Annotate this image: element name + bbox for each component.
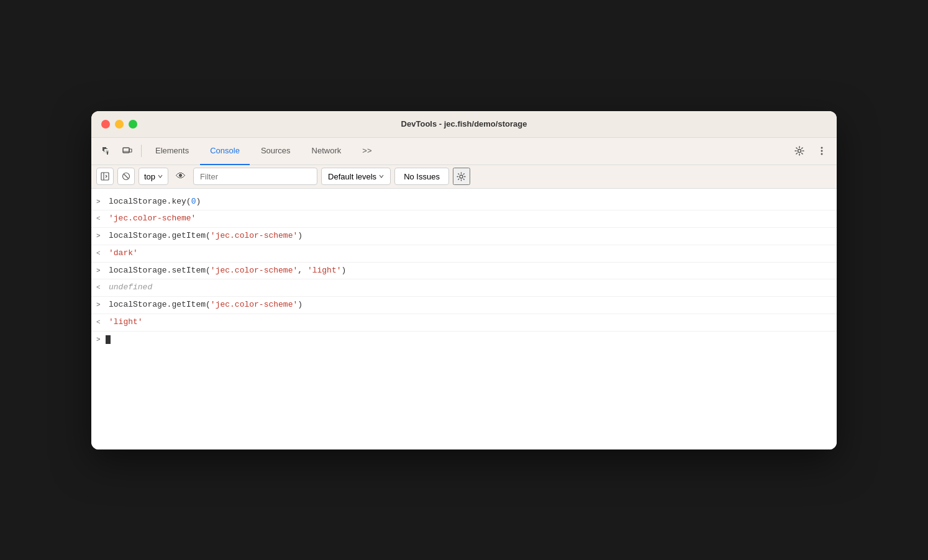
- console-prompt: >: [96, 336, 101, 343]
- console-line-content: localStorage.getItem('jec.color-scheme'): [109, 299, 303, 312]
- code-part-undefined: undefined: [109, 282, 152, 292]
- console-output: >localStorage.key(0)<'jec.color-scheme'>…: [91, 189, 837, 449]
- console-line-content: localStorage.key(0): [109, 196, 201, 209]
- svg-point-20: [460, 175, 463, 178]
- code-part-string: 'light': [307, 266, 342, 275]
- devtools-window: DevTools - jec.fish/demo/storage: [91, 111, 837, 449]
- device-mode-button[interactable]: [117, 141, 137, 161]
- svg-point-15: [821, 153, 823, 155]
- output-arrow: <: [96, 214, 104, 225]
- filter-input[interactable]: [193, 168, 317, 185]
- title-bar: DevTools - jec.fish/demo/storage: [91, 111, 837, 138]
- svg-rect-4: [102, 150, 104, 151]
- inspect-icon: [101, 146, 111, 156]
- settings-button[interactable]: [789, 141, 809, 161]
- console-input-line[interactable]: >: [91, 332, 837, 348]
- console-toolbar: top 👁 Default levels No Issues: [91, 165, 837, 189]
- console-line-content: 'dark': [109, 247, 138, 260]
- code-part-code: ): [196, 197, 201, 206]
- input-arrow: >: [96, 197, 104, 208]
- settings-icon: [794, 146, 804, 156]
- code-part-code: localStorage.getItem(: [109, 300, 211, 309]
- console-line-content: localStorage.getItem('jec.color-scheme'): [109, 230, 303, 243]
- console-line: <'light': [91, 314, 837, 332]
- eye-button[interactable]: 👁: [172, 168, 189, 185]
- code-part-string: 'jec.color-scheme': [109, 214, 196, 223]
- console-line: <'dark': [91, 245, 837, 263]
- output-arrow: <: [96, 282, 104, 294]
- svg-rect-2: [105, 147, 106, 148]
- code-part-string: 'jec.color-scheme': [211, 300, 298, 309]
- input-arrow: >: [96, 231, 104, 242]
- main-toolbar: Elements Console Sources Network >>: [91, 138, 837, 165]
- svg-rect-8: [106, 150, 109, 153]
- toolbar-separator-1: [141, 145, 142, 157]
- svg-line-19: [124, 174, 129, 179]
- console-line: >localStorage.getItem('jec.color-scheme'…: [91, 297, 837, 314]
- svg-rect-1: [104, 147, 105, 148]
- device-mode-icon: [122, 146, 132, 156]
- cursor: [106, 335, 111, 344]
- input-arrow: >: [96, 300, 104, 311]
- svg-rect-6: [104, 148, 104, 152]
- code-part-string: 'dark': [109, 248, 138, 258]
- console-line-content: 'light': [109, 316, 143, 329]
- svg-point-14: [821, 150, 823, 152]
- dropdown-arrow-icon: [158, 174, 163, 179]
- tab-console[interactable]: Console: [200, 138, 250, 165]
- svg-rect-3: [102, 148, 104, 150]
- code-part-code: localStorage.getItem(: [109, 231, 211, 240]
- code-part-code: ): [298, 300, 303, 309]
- console-line: <'jec.color-scheme': [91, 210, 837, 228]
- sidebar-toggle-icon: [101, 172, 109, 181]
- console-line: >localStorage.key(0): [91, 194, 837, 211]
- sidebar-toggle-button[interactable]: [96, 168, 114, 185]
- minimize-button[interactable]: [115, 120, 124, 129]
- window-title: DevTools - jec.fish/demo/storage: [401, 119, 527, 129]
- code-part-string: 'light': [109, 317, 143, 327]
- input-arrow: >: [96, 266, 104, 277]
- tab-network[interactable]: Network: [302, 138, 352, 165]
- context-selector[interactable]: top: [139, 168, 168, 185]
- maximize-button[interactable]: [129, 120, 137, 129]
- console-line-content: 'jec.color-scheme': [109, 212, 196, 225]
- default-levels-button[interactable]: Default levels: [321, 168, 391, 185]
- svg-point-13: [821, 147, 823, 149]
- code-part-string: 'jec.color-scheme': [211, 266, 298, 275]
- toolbar-right: [789, 141, 832, 161]
- code-part-code: ): [298, 231, 303, 240]
- console-line: >localStorage.setItem('jec.color-scheme'…: [91, 263, 837, 280]
- more-options-icon: [817, 146, 827, 156]
- code-part-code: ): [341, 266, 346, 275]
- traffic-lights: [101, 120, 137, 129]
- console-settings-button[interactable]: [453, 168, 470, 185]
- levels-dropdown-icon: [379, 174, 384, 179]
- close-button[interactable]: [101, 120, 110, 129]
- no-issues-button[interactable]: No Issues: [394, 168, 449, 185]
- clear-icon: [122, 172, 130, 181]
- console-line-content: undefined: [109, 281, 152, 294]
- inspect-element-button[interactable]: [96, 141, 116, 161]
- code-part-code: ,: [298, 266, 307, 275]
- output-arrow: <: [96, 317, 104, 328]
- code-part-string: 'jec.color-scheme': [211, 231, 298, 240]
- tab-sources[interactable]: Sources: [251, 138, 301, 165]
- svg-rect-16: [101, 173, 109, 180]
- code-part-code: localStorage.setItem(: [109, 266, 211, 275]
- console-line: >localStorage.getItem('jec.color-scheme'…: [91, 228, 837, 245]
- tab-more[interactable]: >>: [352, 138, 381, 165]
- code-part-code: localStorage.key(: [109, 197, 191, 206]
- svg-rect-9: [123, 148, 129, 153]
- clear-console-button[interactable]: [117, 168, 135, 185]
- console-line: <undefined: [91, 279, 837, 297]
- more-options-button[interactable]: [812, 141, 832, 161]
- console-gear-icon: [457, 172, 466, 181]
- output-arrow: <: [96, 248, 104, 260]
- svg-point-12: [798, 150, 801, 153]
- tab-elements[interactable]: Elements: [145, 138, 199, 165]
- console-line-content: localStorage.setItem('jec.color-scheme',…: [109, 264, 346, 278]
- svg-rect-0: [102, 147, 104, 148]
